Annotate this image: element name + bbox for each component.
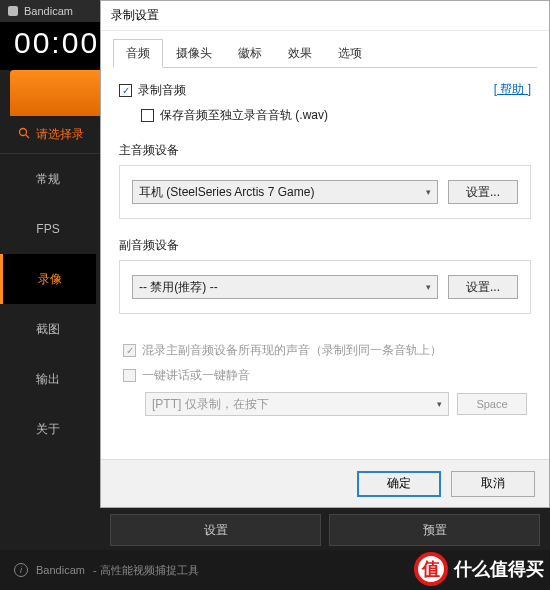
info-icon: i: [14, 563, 28, 577]
chevron-down-icon: ▾: [426, 282, 431, 292]
record-settings-dialog: 录制设置 音频 摄像头 徽标 效果 选项 [ 帮助 ] 录制音频 保存音频至独立…: [100, 0, 550, 508]
nav-output[interactable]: 输出: [0, 354, 96, 404]
record-audio-label: 录制音频: [138, 82, 186, 99]
primary-settings-button[interactable]: 设置...: [448, 180, 518, 204]
status-text: - 高性能视频捕捉工具: [93, 563, 199, 578]
watermark-text: 什么值得买: [454, 557, 544, 581]
chevron-down-icon: ▾: [426, 187, 431, 197]
nav-image[interactable]: 截图: [0, 304, 96, 354]
tab-webcam[interactable]: 摄像头: [163, 39, 225, 68]
ptt-key-field: Space: [457, 393, 527, 415]
chevron-down-icon: ▾: [437, 399, 442, 409]
help-link[interactable]: [ 帮助 ]: [494, 81, 531, 98]
camera-icon: [8, 6, 18, 16]
status-app: Bandicam: [36, 564, 85, 576]
cancel-button[interactable]: 取消: [451, 471, 535, 497]
save-wav-checkbox[interactable]: [141, 109, 154, 122]
svg-point-3: [20, 129, 27, 136]
watermark-badge-icon: 值: [414, 552, 448, 586]
ptt-label: 一键讲话或一键静音: [142, 367, 250, 384]
tab-options[interactable]: 选项: [325, 39, 375, 68]
nav-about[interactable]: 关于: [0, 404, 96, 454]
sidebar: 常规 FPS 录像 截图 输出 关于: [0, 154, 96, 454]
nav-video[interactable]: 录像: [0, 254, 96, 304]
primary-device-label: 主音频设备: [119, 142, 531, 159]
secondary-device-group: 副音频设备 -- 禁用(推荐) -- ▾ 设置...: [119, 237, 531, 314]
secondary-device-value: -- 禁用(推荐) --: [139, 279, 218, 296]
save-wav-label: 保存音频至独立录音音轨 (.wav): [160, 107, 328, 124]
mix-checkbox: [123, 344, 136, 357]
tab-audio[interactable]: 音频: [113, 39, 163, 68]
bg-settings-button[interactable]: 设置: [110, 514, 321, 546]
ptt-mode-value: [PTT] 仅录制，在按下: [152, 396, 269, 413]
watermark: 值 什么值得买: [414, 552, 544, 586]
dialog-footer: 确定 取消: [101, 459, 549, 507]
mix-label: 混录主副音频设备所再现的声音（录制到同一条音轨上）: [142, 342, 442, 359]
extra-options: 混录主副音频设备所再现的声音（录制到同一条音轨上） 一键讲话或一键静音 [PTT…: [119, 342, 531, 416]
bg-preset-button[interactable]: 预置: [329, 514, 540, 546]
secondary-device-select[interactable]: -- 禁用(推荐) -- ▾: [132, 275, 438, 299]
secondary-device-label: 副音频设备: [119, 237, 531, 254]
prompt-text: 请选择录: [36, 126, 84, 143]
tab-effects[interactable]: 效果: [275, 39, 325, 68]
primary-device-group: 主音频设备 耳机 (SteelSeries Arctis 7 Game) ▾ 设…: [119, 142, 531, 219]
ptt-mode-select: [PTT] 仅录制，在按下 ▾: [145, 392, 449, 416]
nav-fps[interactable]: FPS: [0, 204, 96, 254]
app-name: Bandicam: [24, 5, 73, 17]
secondary-settings-button[interactable]: 设置...: [448, 275, 518, 299]
ok-button[interactable]: 确定: [357, 471, 441, 497]
primary-device-value: 耳机 (SteelSeries Arctis 7 Game): [139, 184, 314, 201]
nav-general[interactable]: 常规: [0, 154, 96, 204]
dialog-title: 录制设置: [101, 1, 549, 31]
tab-strip: 音频 摄像头 徽标 效果 选项: [113, 39, 537, 68]
bottom-button-row: 设置 预置: [110, 514, 540, 546]
record-audio-checkbox[interactable]: [119, 84, 132, 97]
primary-device-select[interactable]: 耳机 (SteelSeries Arctis 7 Game) ▾: [132, 180, 438, 204]
dialog-body: 音频 摄像头 徽标 效果 选项 [ 帮助 ] 录制音频 保存音频至独立录音音轨 …: [101, 31, 549, 459]
tab-logo[interactable]: 徽标: [225, 39, 275, 68]
status-bar: i Bandicam - 高性能视频捕捉工具 值 什么值得买: [0, 550, 550, 590]
svg-line-4: [26, 135, 29, 138]
search-icon: [18, 127, 30, 142]
ptt-checkbox: [123, 369, 136, 382]
audio-tab-content: 录制音频 保存音频至独立录音音轨 (.wav) 主音频设备 耳机 (SteelS…: [113, 68, 537, 430]
